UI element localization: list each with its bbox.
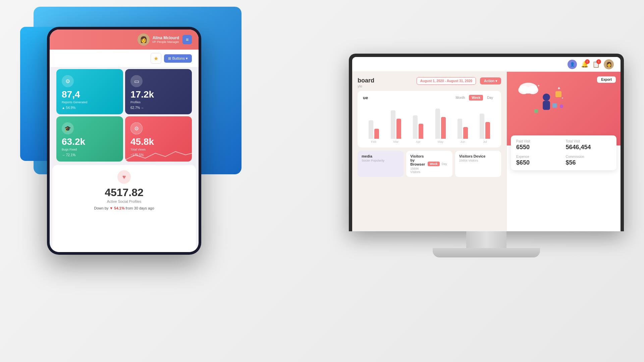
- bottom-change: Down by ▼ 54.1% from 30 days ago: [94, 206, 154, 210]
- tablet-user-info-group: 👩 Alina Mclourd VP People Manager: [138, 34, 179, 46]
- browser-title-group: Visitors by Browser 15694 Visitors: [410, 154, 428, 174]
- revenue-section: ue Month Week Day: [358, 91, 501, 147]
- tab-week[interactable]: Week: [469, 95, 483, 101]
- expence-label: Expence: [516, 155, 562, 159]
- tablet-user-text: Alina Mclourd VP People Manager: [152, 36, 179, 44]
- svg-point-2: [527, 86, 538, 94]
- bottom-value: 4517.82: [105, 186, 144, 199]
- dashboard-subtitle: yle: [358, 84, 374, 88]
- expence-stat: Expence $650: [516, 155, 562, 166]
- notif-badge-1: 2: [585, 59, 590, 64]
- date-range-button[interactable]: August 1, 2020 - August 31, 2020: [417, 77, 476, 85]
- heart-icon: ♥: [117, 170, 131, 184]
- total-visit-label: Total Visit: [566, 139, 611, 143]
- chart-label-mar: Mar: [393, 140, 399, 143]
- bar-gray-apr: [413, 115, 418, 139]
- monitor-device: 👤 🔔 2 📋 1 👩 board yl: [349, 54, 624, 257]
- monitor-stand: [349, 231, 624, 257]
- stat-icon-bugs: 🎓: [62, 122, 74, 134]
- chart-label-apr: Apr: [416, 140, 421, 143]
- monitor-base: [433, 248, 540, 257]
- right-stats-grid: Paid Visit 6550 Total Visit 5646,454 Exp…: [516, 139, 611, 166]
- mini-line-chart: [125, 148, 192, 162]
- svg-point-3: [543, 94, 550, 101]
- monitor-screen: 👤 🔔 2 📋 1 👩 board yl: [352, 57, 621, 231]
- chart-bar-jul: Jul: [476, 105, 494, 143]
- bar-red-jun: [463, 127, 468, 139]
- hero-illustration: ✦ ✦ ✦: [510, 75, 571, 125]
- notification-bell-2[interactable]: 📋 1: [592, 61, 600, 68]
- total-visit-stat: Total Visit 5646,454: [566, 139, 611, 151]
- total-visit-value: 5646,454: [566, 144, 611, 151]
- dashboard-right-panel: Export: [506, 72, 621, 231]
- stat-card-views: ⚙ 45.8k Total Views ~175.5%: [125, 116, 192, 162]
- revenue-tab-group: Month Week Day: [453, 95, 496, 101]
- tablet-user-name: Alina Mclourd: [152, 36, 179, 40]
- tablet-stats-grid: ⚙ 87,4 Reports Generated ▲ 54.9% ▭ 17.2k…: [50, 67, 199, 164]
- chart-label-feb: Feb: [371, 140, 376, 143]
- chart-bar-feb: Feb: [364, 105, 383, 143]
- tab-month[interactable]: Month: [453, 95, 468, 101]
- bar-gray-jun: [458, 119, 462, 139]
- svg-rect-5: [555, 91, 561, 97]
- stat-value-reports: 87,4: [62, 90, 118, 99]
- bar-red-may: [441, 117, 446, 139]
- tablet-toolbar: ★ ⊞ Buttons ▾: [50, 50, 199, 67]
- stat-change-bugs: → 72.1%: [62, 153, 118, 157]
- dash-user-avatar: 👩: [604, 59, 614, 69]
- paid-visit-stat: Paid Visit 6550: [516, 139, 562, 151]
- action-label: Action ▾: [484, 79, 497, 83]
- dashboard-topbar: 👤 🔔 2 📋 1 👩: [352, 57, 621, 72]
- browser-week-tab[interactable]: Week: [428, 162, 439, 166]
- tablet-user-role: VP People Manager: [152, 40, 179, 44]
- action-button[interactable]: Action ▾: [480, 77, 501, 84]
- monitor-neck: [466, 231, 506, 248]
- bar-red-apr: [419, 124, 423, 139]
- tablet-header: 👩 Alina Mclourd VP People Manager ≡: [50, 29, 199, 50]
- social-media-section: media Socier Popularity: [358, 151, 404, 177]
- dashboard-header-row: board yle August 1, 2020 - August 31, 20…: [358, 77, 501, 88]
- social-media-subtitle: Socier Popularity: [362, 159, 399, 162]
- change-prefix: Down by: [94, 206, 108, 210]
- star-button[interactable]: ★: [151, 53, 161, 64]
- visitors-device-count: 15654 Visitors: [459, 159, 497, 162]
- stat-label-reports: Reports Generated: [62, 101, 118, 104]
- chart-label-may: May: [438, 140, 443, 143]
- commission-label: Commission: [566, 155, 611, 159]
- visitors-device-section: Visitors Device 15654 Visitors: [455, 151, 501, 177]
- export-button[interactable]: Export: [597, 76, 616, 83]
- bottom-sections: media Socier Popularity Visitors by Brow…: [358, 151, 501, 177]
- bar-red-feb: [374, 129, 379, 139]
- right-panel-hero: Export: [507, 72, 621, 145]
- chart-label-jul: Jul: [483, 140, 487, 143]
- notif-badge-2: 1: [596, 59, 601, 64]
- bar-gray-may: [435, 109, 440, 139]
- svg-rect-8: [534, 109, 538, 113]
- commission-value: $56: [566, 159, 611, 166]
- revenue-header: ue Month Week Day: [363, 95, 496, 101]
- right-stats-card: Paid Visit 6550 Total Visit 5646,454 Exp…: [511, 135, 616, 170]
- tablet-screen: 👩 Alina Mclourd VP People Manager ≡ ★ ⊞ …: [50, 29, 199, 252]
- tablet-device: 👩 Alina Mclourd VP People Manager ≡ ★ ⊞ …: [47, 27, 201, 255]
- browser-day-tab[interactable]: Day: [440, 162, 448, 166]
- bar-gray-feb: [369, 120, 373, 139]
- revenue-chart: Feb Mar: [363, 103, 496, 143]
- tablet-avatar: 👩: [138, 34, 150, 46]
- notification-bell-1[interactable]: 🔔 2: [581, 61, 588, 68]
- stat-label-profiles: Profiles: [130, 101, 186, 104]
- commission-stat: Commission $56: [566, 155, 611, 166]
- buttons-label: Buttons ▾: [172, 56, 188, 61]
- tablet-menu-button[interactable]: ≡: [182, 35, 192, 44]
- dash-avatar-purple: 👤: [568, 60, 577, 69]
- tab-day[interactable]: Day: [484, 95, 496, 101]
- stat-value-profiles: 17.2k: [130, 90, 186, 99]
- stat-value-views: 45.8k: [130, 137, 186, 146]
- visitors-device-title: Visitors Device: [459, 154, 497, 158]
- chart-label-jun: Jun: [460, 140, 465, 143]
- bar-gray-jul: [480, 114, 484, 139]
- buttons-dropdown[interactable]: ⊞ Buttons ▾: [164, 54, 192, 63]
- change-value: ▼ 54.1%: [109, 206, 124, 210]
- chart-bar-jun: Jun: [453, 105, 472, 143]
- tablet-bottom-section: ♥ 4517.82 Active Social Profiles Down by…: [52, 165, 196, 252]
- monitor-screen-wrap: 👤 🔔 2 📋 1 👩 board yl: [349, 54, 624, 231]
